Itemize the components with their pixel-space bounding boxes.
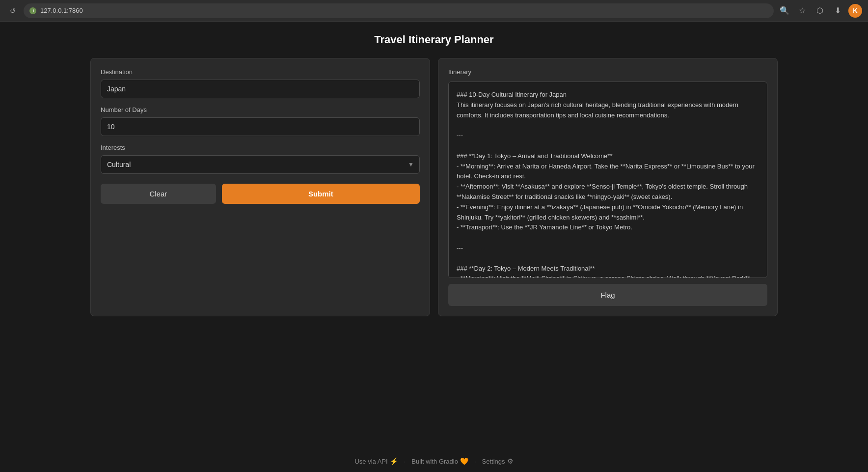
destination-label: Destination [101,68,420,76]
user-avatar[interactable]: K [848,4,862,18]
page-title: Travel Itinerary Planner [374,33,493,46]
footer: Use via API ⚡ · Built with Gradio 🧡 · Se… [0,450,868,472]
url-text: 127.0.0.1:7860 [40,7,83,14]
browser-bar: ↺ ℹ 127.0.0.1:7860 🔍 ☆ ⬡ ⬇ K [0,0,868,22]
days-field: Number of Days [101,106,420,136]
bookmark-icon[interactable]: ☆ [795,4,809,18]
gradio-emoji: 🧡 [460,457,468,465]
reload-button[interactable]: ↺ [6,4,20,18]
footer-separator-2: · [474,458,476,465]
destination-field: Destination [101,68,420,98]
api-emoji: ⚡ [390,457,398,465]
address-bar[interactable]: ℹ 127.0.0.1:7860 [24,3,774,18]
buttons-row: Clear Submit [101,184,420,204]
interests-field: Interests Cultural Adventure Food Histor… [101,144,420,174]
interests-select-wrapper: Cultural Adventure Food History Nature ▼ [101,155,420,174]
settings-label: Settings [482,458,505,465]
left-panel: Destination Number of Days Interests Cul… [90,58,430,316]
browser-controls: ↺ [6,4,20,18]
itinerary-label: Itinerary [448,68,767,76]
submit-button[interactable]: Submit [222,184,420,204]
gradio-label: Built with Gradio [411,458,458,465]
gradio-link[interactable]: Built with Gradio 🧡 [411,457,468,465]
api-link[interactable]: Use via API ⚡ [354,457,398,465]
days-input[interactable] [101,117,420,136]
itinerary-content[interactable]: ### 10-Day Cultural Itinerary for Japan … [448,82,767,278]
interests-select[interactable]: Cultural Adventure Food History Nature [101,155,420,174]
search-icon[interactable]: 🔍 [778,4,791,18]
destination-input[interactable] [101,80,420,98]
right-panel: Itinerary ### 10-Day Cultural Itinerary … [438,58,778,316]
days-label: Number of Days [101,106,420,113]
extensions-icon[interactable]: ⬡ [813,4,827,18]
interests-label: Interests [101,144,420,151]
settings-emoji: ⚙ [507,457,514,465]
api-label: Use via API [354,458,387,465]
security-icon: ℹ [29,7,36,14]
panels-container: Destination Number of Days Interests Cul… [90,58,778,316]
footer-separator-1: · [404,458,406,465]
main-content: Travel Itinerary Planner Destination Num… [0,22,868,450]
clear-button[interactable]: Clear [101,184,216,204]
browser-right-icons: 🔍 ☆ ⬡ ⬇ K [778,4,862,18]
flag-button[interactable]: Flag [448,284,767,306]
settings-link[interactable]: Settings ⚙ [482,457,514,465]
download-icon[interactable]: ⬇ [831,4,844,18]
